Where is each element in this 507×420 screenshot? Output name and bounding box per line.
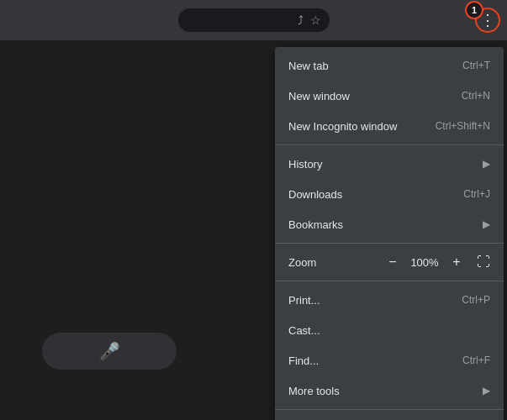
zoom-label: Zoom: [288, 256, 383, 269]
menu-item-cast[interactable]: Cast...: [275, 315, 504, 345]
menu-item-more-tools[interactable]: More tools ▶: [275, 375, 504, 406]
browser-window: ⤴ ☆ ⋮ 1 🎤 New tab Ctrl+T New: [0, 0, 507, 420]
step1-badge: 1: [465, 1, 483, 19]
history-arrow: ▶: [483, 158, 490, 170]
more-tools-label: More tools: [288, 385, 340, 397]
menu-item-bookmarks[interactable]: Bookmarks ▶: [275, 209, 504, 239]
divider-3: [275, 281, 504, 281]
browser-topbar: ⤴ ☆ ⋮ 1: [0, 0, 507, 40]
menu-item-new-window[interactable]: New window Ctrl+N: [275, 81, 504, 111]
zoom-value: 100%: [409, 256, 440, 269]
zoom-fullscreen-button[interactable]: ⛶: [477, 255, 490, 270]
print-shortcut: Ctrl+P: [462, 294, 490, 306]
star-icon[interactable]: ☆: [310, 13, 321, 27]
menu-item-history[interactable]: History ▶: [275, 149, 504, 179]
address-bar[interactable]: ⤴ ☆: [178, 8, 330, 32]
find-shortcut: Ctrl+F: [462, 354, 490, 366]
three-dot-menu-button[interactable]: ⋮ 1: [475, 8, 500, 33]
zoom-minus-button[interactable]: −: [383, 252, 403, 272]
more-tools-arrow: ▶: [483, 385, 490, 396]
divider-4: [275, 409, 504, 410]
new-tab-shortcut: Ctrl+T: [462, 60, 490, 71]
menu-item-print[interactable]: Print... Ctrl+P: [275, 285, 504, 315]
search-container: 🎤: [42, 333, 177, 370]
chrome-menu: New tab Ctrl+T New window Ctrl+N New Inc…: [275, 47, 504, 420]
new-window-shortcut: Ctrl+N: [462, 90, 490, 102]
zoom-plus-button[interactable]: +: [446, 252, 467, 272]
new-window-label: New window: [288, 90, 350, 102]
menu-item-downloads[interactable]: Downloads Ctrl+J: [275, 179, 504, 209]
zoom-controls: − 100% + ⛶: [383, 252, 490, 272]
edit-row: Edit Cut Copy Paste: [275, 413, 504, 420]
google-search-bar[interactable]: 🎤: [42, 333, 177, 370]
page-content: 🎤 New tab Ctrl+T New window Ctrl+N New I…: [0, 40, 507, 420]
history-label: History: [288, 158, 322, 171]
divider-2: [275, 243, 504, 244]
downloads-label: Downloads: [288, 188, 342, 201]
zoom-row: Zoom − 100% + ⛶: [275, 247, 504, 277]
cast-label: Cast...: [288, 324, 320, 337]
menu-item-new-tab[interactable]: New tab Ctrl+T: [275, 50, 504, 81]
menu-item-new-incognito[interactable]: New Incognito window Ctrl+Shift+N: [275, 111, 504, 141]
divider-1: [275, 144, 504, 145]
new-incognito-label: New Incognito window: [288, 120, 397, 133]
new-tab-label: New tab: [288, 60, 329, 72]
topbar-actions: ⋮ 1: [475, 8, 500, 33]
bookmarks-arrow: ▶: [483, 218, 490, 230]
bookmarks-label: Bookmarks: [288, 218, 343, 231]
menu-item-find[interactable]: Find... Ctrl+F: [275, 345, 504, 375]
share-icon[interactable]: ⤴: [298, 13, 304, 27]
downloads-shortcut: Ctrl+J: [463, 188, 490, 200]
print-label: Print...: [288, 294, 320, 307]
mic-icon[interactable]: 🎤: [99, 341, 120, 361]
new-incognito-shortcut: Ctrl+Shift+N: [436, 120, 490, 132]
find-label: Find...: [288, 354, 319, 367]
